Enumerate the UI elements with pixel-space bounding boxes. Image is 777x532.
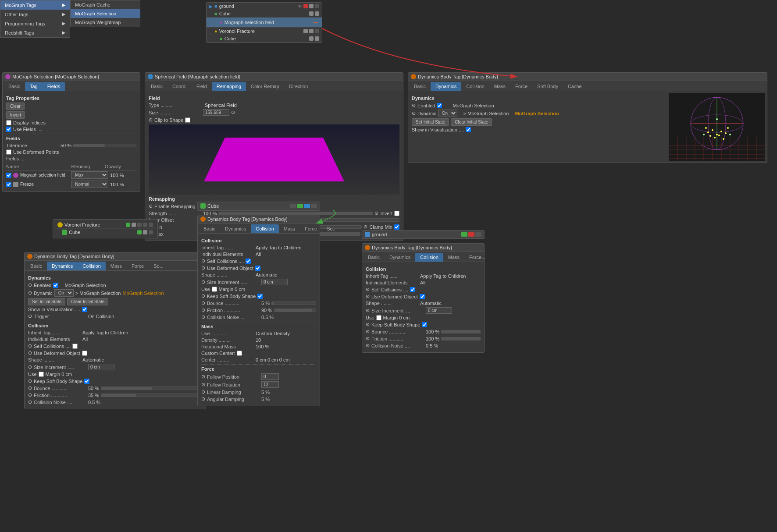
- tab-dm-force[interactable]: Force: [510, 82, 532, 91]
- dc2-self-coll-checkbox[interactable]: [246, 259, 251, 264]
- dynamics-cube2-tabs[interactable]: Basic Dynamics Collision Mass Force So..…: [198, 223, 320, 234]
- clamp-min-checkbox[interactable]: [394, 224, 399, 230]
- tab-sf-color-remap[interactable]: Color Remap: [246, 82, 284, 91]
- dc2-custom-center-checkbox[interactable]: [237, 351, 242, 356]
- dynamics-ground-tabs[interactable]: Basic Dynamics Collision Mass Force...: [362, 252, 484, 262]
- dynamics-cube-tabs[interactable]: Basic Dynamics Collision Mass Force So..…: [25, 261, 206, 271]
- dc-deformed-checkbox[interactable]: [82, 351, 87, 356]
- dg-friction-slider[interactable]: [441, 337, 481, 340]
- dc-self-coll-checkbox[interactable]: [72, 344, 78, 349]
- tab-dc2-dynamics[interactable]: Dynamics: [220, 224, 251, 233]
- dc-friction-slider[interactable]: [101, 394, 202, 397]
- dg-keep-soft-checkbox[interactable]: [422, 322, 427, 327]
- tab-dg-basic[interactable]: Basic: [363, 253, 385, 262]
- tab-dm-cache[interactable]: Cache: [563, 82, 587, 91]
- dg-deformed-checkbox[interactable]: [420, 294, 425, 299]
- menu-item-programming-tags[interactable]: Programming Tags ▶: [0, 19, 70, 28]
- dynamic-select-main[interactable]: On: [438, 110, 457, 117]
- tab-dc-basic[interactable]: Basic: [25, 262, 47, 270]
- tab-dc2-collision[interactable]: Collision: [251, 224, 279, 233]
- object-row-ground[interactable]: ▶ ■ ground 👁: [207, 3, 322, 10]
- dc-size-inc-input[interactable]: [88, 364, 114, 370]
- dc-bounce-slider[interactable]: [101, 387, 202, 390]
- menu-item-mograph-tags[interactable]: MoGraph Tags ▶: [0, 0, 70, 10]
- tab-dc2-so[interactable]: So...: [322, 224, 342, 233]
- dynamics-main-tabs[interactable]: Basic Dynamics Collision Mass Force Soft…: [408, 81, 767, 91]
- use-fields-checkbox[interactable]: [6, 127, 11, 132]
- field-row1-blending[interactable]: Max: [71, 171, 108, 179]
- tab-dm-basic[interactable]: Basic: [409, 82, 431, 91]
- tab-dc2-force[interactable]: Force: [300, 224, 322, 233]
- show-viz-checkbox-main[interactable]: [466, 127, 471, 132]
- spherical-field-tabs[interactable]: Basic Coord. Field Remapping Color Remap…: [145, 81, 403, 91]
- object-row-mograph-field[interactable]: ● Mograph selection field ←: [207, 18, 322, 28]
- tab-dg-force[interactable]: Force...: [464, 253, 490, 262]
- tab-dc2-mass[interactable]: Mass: [279, 224, 300, 233]
- invert-btn[interactable]: Invert: [6, 111, 25, 119]
- dc-enabled-checkbox[interactable]: [53, 283, 58, 288]
- tab-dc2-basic[interactable]: Basic: [199, 224, 220, 233]
- dc2-bounce-slider[interactable]: [271, 301, 316, 305]
- size-input[interactable]: [203, 109, 229, 116]
- clear-btn[interactable]: Clear: [6, 103, 25, 110]
- dc2-friction-slider[interactable]: [274, 309, 316, 312]
- tab-dc-mass[interactable]: Mass: [106, 262, 127, 270]
- object-row-cube[interactable]: ■ Cube: [207, 10, 322, 18]
- menu-item-redshift-tags[interactable]: Redshift Tags ▶: [0, 28, 70, 37]
- field-row2-blending[interactable]: Normal: [71, 181, 108, 188]
- use-deformed-pts-checkbox[interactable]: [6, 149, 11, 155]
- dc2-follow-rot-input[interactable]: [261, 381, 279, 388]
- dg-bounce-slider[interactable]: [441, 330, 481, 333]
- tab-dm-mass[interactable]: Mass: [489, 82, 510, 91]
- invert-checkbox[interactable]: [394, 211, 399, 216]
- tab-dc-force[interactable]: Force: [127, 262, 149, 270]
- context-submenu[interactable]: MoGraph Cache MoGraph Selection MoGraph …: [70, 0, 140, 27]
- tolerance-slider[interactable]: [73, 144, 136, 147]
- tab-dc-dynamics[interactable]: Dynamics: [47, 262, 78, 270]
- mograph-selection-tabs[interactable]: Basic Tag Fields: [3, 81, 140, 91]
- tab-sf-remapping[interactable]: Remapping: [212, 82, 246, 91]
- tab-dg-dynamics[interactable]: Dynamics: [385, 253, 415, 262]
- clear-initial-state-btn-main[interactable]: Clear Initial State: [451, 118, 492, 126]
- field-row1-checkbox[interactable]: [6, 173, 11, 178]
- dc2-size-inc-input[interactable]: [261, 279, 288, 285]
- tab-fields[interactable]: Fields: [43, 82, 65, 91]
- tab-sf-field[interactable]: Field: [192, 82, 212, 91]
- tab-tag[interactable]: Tag: [25, 82, 43, 91]
- submenu-mograph-selection[interactable]: MoGraph Selection: [71, 9, 140, 18]
- cube-voronoi-row[interactable]: Cube: [55, 229, 156, 236]
- dc-set-initial-btn[interactable]: Set Initial State: [28, 298, 65, 305]
- tab-dg-collision[interactable]: Collision: [415, 253, 443, 262]
- dg-use-checkbox[interactable]: [376, 315, 381, 320]
- submenu-mograph-cache[interactable]: MoGraph Cache: [71, 0, 140, 9]
- tab-dc-collision[interactable]: Collision: [78, 262, 106, 270]
- field-row2-checkbox[interactable]: [6, 182, 11, 187]
- tab-sf-basic[interactable]: Basic: [146, 82, 168, 91]
- voronoi-row[interactable]: Voronoi Fracture: [55, 221, 156, 229]
- display-indices-checkbox[interactable]: [6, 120, 11, 125]
- tab-dm-softbody[interactable]: Soft Body: [532, 82, 563, 91]
- dc2-deformed-checkbox[interactable]: [255, 266, 260, 271]
- tab-dg-mass[interactable]: Mass: [443, 253, 464, 262]
- enabled-checkbox-main[interactable]: [437, 103, 442, 108]
- dc2-use-checkbox[interactable]: [212, 287, 217, 292]
- tab-dm-dynamics[interactable]: Dynamics: [431, 82, 461, 91]
- menu-item-other-tags[interactable]: Other Tags ▶: [0, 10, 70, 19]
- dg-self-coll-checkbox[interactable]: [410, 287, 415, 292]
- clip-shape-checkbox[interactable]: [185, 117, 190, 123]
- object-row-voronoi[interactable]: ● Voronoi Fracture: [207, 28, 322, 35]
- dc-dynamic-select[interactable]: On: [54, 289, 74, 297]
- tab-sf-coord[interactable]: Coord.: [168, 82, 192, 91]
- dc2-keep-soft-checkbox[interactable]: [257, 294, 263, 299]
- context-menu[interactable]: MoGraph Tags ▶ Other Tags ▶ Programming …: [0, 0, 70, 38]
- submenu-mograph-weightmap[interactable]: MoGraph Weightmap: [71, 18, 140, 27]
- dc-show-viz-checkbox[interactable]: [82, 307, 87, 312]
- tab-basic[interactable]: Basic: [4, 82, 25, 91]
- dc-use-checkbox[interactable]: [39, 372, 44, 377]
- set-initial-state-btn-main[interactable]: Set Initial State: [412, 118, 449, 126]
- dg-size-inc-input[interactable]: [426, 307, 452, 314]
- dc-keep-soft-checkbox[interactable]: [84, 379, 89, 384]
- tab-sf-direction[interactable]: Direction: [284, 82, 313, 91]
- dc-clear-initial-btn[interactable]: Clear Initial State: [67, 298, 108, 305]
- dc2-follow-pos-input[interactable]: [261, 373, 279, 380]
